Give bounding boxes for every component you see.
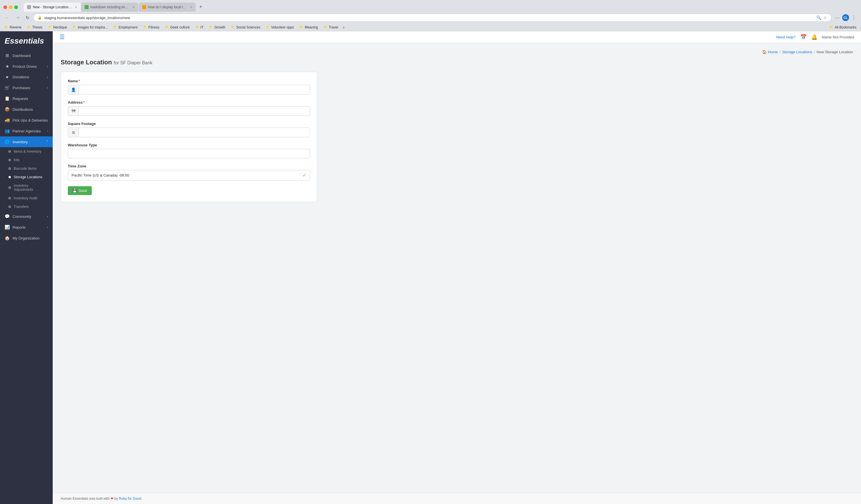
address-bar[interactable]: 🔒 staging.humanessentials.app/storage_lo… [33, 14, 831, 22]
dashboard-icon: ⊞ [4, 53, 10, 58]
dot-icon [9, 176, 11, 178]
bookmark-growth[interactable]: 📁 Growth [208, 25, 227, 30]
bookmark-images[interactable]: 📁 images for inspira... [71, 25, 109, 30]
warehouse-type-select[interactable] [68, 149, 310, 158]
sidebar-item-transfers[interactable]: Transfers [0, 202, 53, 211]
square-footage-group: Square Footage ⊞ [68, 122, 310, 137]
sidebar-item-partner-agencies[interactable]: 👥 Partner Agencies › [0, 126, 53, 136]
breadcrumb-home[interactable]: 🏠 Home [762, 50, 778, 54]
square-footage-input-wrapper: ⊞ [68, 128, 310, 137]
breadcrumb-current: New Storage Location [817, 50, 853, 54]
calendar-icon[interactable]: 📅 [800, 34, 807, 40]
sidebar-item-inventory-adjustments[interactable]: Inventory Adjustments [0, 181, 53, 194]
user-name: Name Not Provided [822, 35, 854, 39]
bookmark-it[interactable]: 📁 IT [194, 25, 205, 30]
tab-storage-locations[interactable]: New - Storage Locations - In... × [24, 3, 81, 12]
timezone-group: Time Zone ✓ [68, 164, 310, 181]
more-bookmarks[interactable]: » [343, 25, 345, 29]
tab-close-2[interactable]: × [133, 5, 135, 10]
extensions-icon[interactable]: ⋯ [834, 13, 841, 22]
name-input[interactable] [79, 85, 310, 94]
save-icon: 💾 [72, 188, 77, 193]
form-card: Name* 👤 Address* [61, 72, 317, 202]
requests-icon: 📋 [4, 96, 10, 101]
forward-button[interactable]: → [14, 14, 22, 22]
profile-icon[interactable]: CL [842, 14, 849, 21]
hamburger-icon[interactable]: ☰ [59, 33, 65, 40]
heart-icon: ❤ [111, 496, 113, 501]
tab-close-3[interactable]: × [190, 5, 192, 10]
bell-icon[interactable]: 🔔 [811, 34, 817, 40]
breadcrumb: 🏠 Home / Storage Locations / New Storage… [61, 50, 853, 54]
tab-close-1[interactable]: × [75, 5, 77, 10]
window-minimize[interactable] [9, 5, 13, 9]
chevron-icon: › [47, 215, 48, 218]
tab-favicon-1 [27, 5, 31, 9]
url-text: staging.humanessentials.app/storage_loca… [44, 16, 814, 20]
star-icon[interactable]: ☆ [823, 15, 827, 20]
ruby-for-good-link[interactable]: Ruby for Good. [119, 496, 142, 501]
dot-icon [9, 150, 11, 153]
sidebar-item-purchases[interactable]: 🛒 Purchases › [0, 82, 53, 93]
save-button[interactable]: 💾 Save [68, 186, 92, 195]
bookmark-volunteer[interactable]: 📁 Volunteer opps [265, 25, 295, 30]
sidebar-item-my-organization[interactable]: 🏠 My Organization [0, 233, 53, 243]
square-footage-icon-box: ⊞ [68, 128, 79, 137]
product-drives-icon: ★ [4, 64, 10, 69]
name-group: Name* 👤 [68, 79, 310, 95]
bookmark-nerdique[interactable]: 📁 Nerdique [47, 25, 68, 30]
bookmark-geekculture[interactable]: 📁 Geek culture [164, 25, 191, 30]
menu-icon[interactable]: ⋮ [850, 13, 858, 22]
partner-agencies-icon: 👥 [4, 128, 10, 134]
page-title-row: Storage Location for SF Diaper Bank [61, 59, 853, 66]
address-required: * [83, 100, 85, 104]
bookmark-employment[interactable]: 📁 Employment [112, 25, 139, 30]
sidebar-item-inventory-audit[interactable]: Inventory Audit [0, 194, 53, 202]
window-close[interactable] [3, 5, 7, 9]
person-icon: 👤 [71, 87, 76, 92]
page-content: 🏠 Home / Storage Locations / New Storage… [53, 43, 861, 493]
new-tab-button[interactable]: + [196, 2, 205, 12]
reload-button[interactable]: ↻ [24, 14, 31, 22]
warehouse-type-label: Warehouse Type [68, 143, 310, 147]
sidebar-item-pickups[interactable]: 🚚 Pick Ups & Deliveries [0, 115, 53, 126]
square-footage-input[interactable] [79, 128, 310, 137]
sidebar-item-reports[interactable]: 📊 Reports › [0, 222, 53, 233]
bookmark-social[interactable]: 📁 Social Sciences [230, 25, 262, 30]
tab-markdown[interactable]: markdown including images, × [81, 3, 138, 12]
bookmark-meaning[interactable]: 📁 Meaning [299, 25, 319, 30]
sidebar-item-dashboard[interactable]: ⊞ Dashboard [0, 50, 53, 61]
sidebar-item-storage-locations[interactable]: Storage Locations [0, 173, 53, 181]
help-link[interactable]: Need Help? [776, 35, 796, 39]
timezone-input[interactable] [68, 171, 299, 180]
home-icon: 🏠 [762, 50, 767, 54]
back-button[interactable]: ← [3, 14, 11, 22]
dot-icon [9, 159, 11, 161]
timezone-input-wrapper: ✓ [68, 170, 310, 181]
name-label: Name* [68, 79, 310, 83]
sidebar-item-items-inventory[interactable]: Items & Inventory [0, 147, 53, 156]
window-maximize[interactable] [14, 5, 18, 9]
sidebar-item-community[interactable]: 💬 Community › [0, 211, 53, 222]
bookmark-reverie[interactable]: 📁 Reverie [3, 25, 23, 30]
sidebar-item-distributions[interactable]: 📦 Distributions [0, 104, 53, 115]
bookmark-travel[interactable]: 📁 Travel [323, 25, 339, 30]
sidebar-item-product-drives[interactable]: ★ Product Drives › [0, 61, 53, 72]
lock-icon: 🔒 [38, 16, 42, 20]
address-input[interactable] [79, 107, 310, 116]
chevron-icon: › [47, 65, 48, 68]
bookmark-fitness[interactable]: 📁 Fitness [142, 25, 161, 30]
dot-icon [9, 206, 11, 208]
sidebar-item-barcode-items[interactable]: Barcode Items [0, 164, 53, 173]
bookmark-all[interactable]: 📁 All Bookmarks [828, 25, 858, 30]
sidebar-item-inventory[interactable]: 🌐 Inventory ˅ [0, 136, 53, 147]
distributions-icon: 📦 [4, 107, 10, 112]
bookmark-thesis[interactable]: 📁 Thesis [26, 25, 43, 30]
breadcrumb-storage-locations[interactable]: Storage Locations [782, 50, 812, 54]
sidebar-item-kits[interactable]: Kits [0, 156, 53, 164]
grid-icon: ⊞ [72, 130, 75, 135]
sidebar-item-requests[interactable]: 📋 Requests [0, 93, 53, 104]
organization-icon: 🏠 [4, 236, 10, 241]
sidebar-item-donations[interactable]: ♥ Donations › [0, 72, 53, 82]
tab-howto[interactable]: How do I display local image... × [139, 3, 196, 12]
